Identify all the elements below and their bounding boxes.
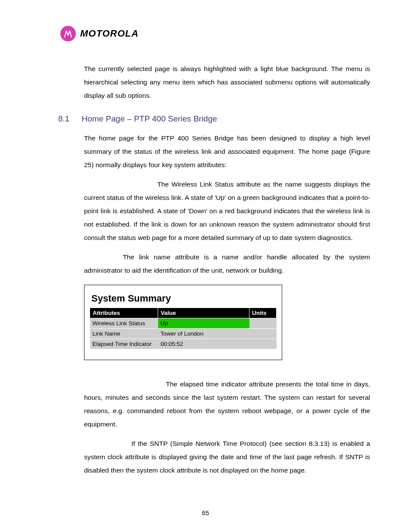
table-row: Elapsed Time Indicator 00:05:52 [90,339,277,349]
section-number: 8.1 [58,114,69,124]
home-page-paragraph: The home page for the PTP 400 Series Bri… [84,131,370,171]
document-page: MOTOROLA The currently selected page is … [0,0,411,532]
intro-paragraph: The currently selected page is always hi… [84,62,370,102]
table-row: Link Name Tower of London [90,329,277,339]
page-number: 65 [0,509,411,516]
brand-text: MOTOROLA [80,28,139,39]
cell-units [249,339,277,349]
cell-units [249,318,277,329]
system-summary-figure: System Summary Attributes Value Units Wi… [84,285,282,360]
cell-value-up: Up [158,318,249,329]
cell-attr: Elapsed Time Indicator [90,339,158,349]
elapsed-time-paragraph: The elapsed time indicator attribute pre… [84,377,370,431]
cell-attr: Wireless Link Status [90,318,158,329]
col-header-value: Value [158,308,249,318]
cell-value: Tower of London [158,329,249,339]
figure-title: System Summary [91,293,277,304]
cell-attr: Link Name [90,329,158,339]
section-heading: 8.1 Home Page – PTP 400 Series Bridge [41,114,370,124]
header-logo-row: MOTOROLA [60,26,370,41]
sntp-paragraph: If the SNTP (Simple Network Time Protoco… [84,437,370,477]
col-header-units: Units [249,308,277,318]
summary-table: Attributes Value Units Wireless Link Sta… [90,308,277,349]
cell-units [249,329,277,339]
link-name-paragraph: The link name attribute is a name and/or… [84,250,370,277]
table-row: Wireless Link Status Up [90,318,277,329]
col-header-attributes: Attributes [90,308,158,318]
wireless-link-paragraph: The Wireless Link Status attribute as th… [84,177,370,244]
table-header-row: Attributes Value Units [90,308,277,318]
motorola-logo-icon [60,26,76,41]
cell-value: 00:05:52 [158,339,249,349]
section-title: Home Page – PTP 400 Series Bridge [81,114,217,124]
